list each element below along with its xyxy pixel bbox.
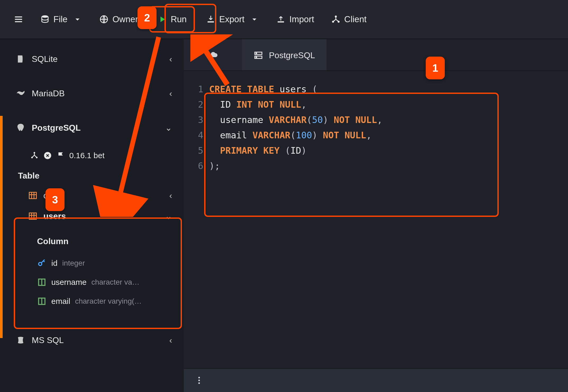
import-button[interactable]: Import bbox=[270, 10, 320, 29]
chevron-left-icon: ‹ bbox=[169, 54, 172, 64]
code-content: username VARCHAR(50) NOT NULL, bbox=[209, 112, 382, 127]
run-button[interactable]: Run bbox=[152, 10, 193, 29]
code-line[interactable]: 2 ID INT NOT NULL, bbox=[197, 97, 555, 112]
sidebar-db-postgresql[interactable]: PostgreSQL ⌄ bbox=[0, 111, 184, 145]
cloud-icon bbox=[208, 50, 218, 60]
active-db-indicator bbox=[0, 116, 3, 338]
caret-down-icon bbox=[73, 15, 82, 24]
svg-rect-7 bbox=[208, 21, 214, 23]
column-item[interactable]: id integer bbox=[37, 254, 172, 273]
column-type: character va… bbox=[91, 278, 139, 286]
sidebar-db-label: MS SQL bbox=[32, 335, 64, 345]
results-bar bbox=[184, 368, 568, 392]
code-line[interactable]: 6); bbox=[197, 158, 555, 174]
column-name: username bbox=[51, 278, 86, 287]
toolbar: File Owner Run Export Import Cli bbox=[0, 0, 568, 39]
svg-point-9 bbox=[335, 16, 337, 18]
svg-rect-8 bbox=[278, 21, 284, 23]
code-line[interactable]: 4 email VARCHAR(100) NOT NULL, bbox=[197, 127, 555, 143]
svg-point-24 bbox=[39, 262, 42, 266]
column-type: integer bbox=[62, 259, 85, 267]
client-button[interactable]: Client bbox=[325, 10, 372, 29]
tab-postgresql[interactable]: PostgreSQL bbox=[242, 39, 327, 70]
close-circle-icon[interactable] bbox=[43, 151, 52, 160]
column-item[interactable]: email character varying(… bbox=[37, 292, 172, 311]
file-menu-label: File bbox=[53, 14, 67, 24]
svg-point-5 bbox=[42, 15, 48, 18]
main-area: PostgreSQL 1CREATE TABLE users (2 ID INT… bbox=[184, 39, 568, 392]
annotation-badge-1: 1 bbox=[426, 57, 445, 79]
column-name: email bbox=[51, 297, 70, 306]
code-line[interactable]: 5 PRIMARY KEY (ID) bbox=[197, 143, 555, 158]
svg-point-31 bbox=[256, 53, 257, 54]
table-section-label: Table bbox=[0, 166, 184, 185]
code-content: email VARCHAR(100) NOT NULL, bbox=[209, 127, 372, 143]
svg-point-33 bbox=[198, 377, 200, 379]
chevron-down-icon: ⌄ bbox=[165, 123, 172, 133]
caret-down-icon bbox=[250, 15, 259, 24]
server-icon bbox=[254, 51, 263, 60]
more-vertical-icon[interactable] bbox=[194, 376, 204, 385]
owner-menu[interactable]: Owner bbox=[93, 10, 144, 29]
code-content: ID INT NOT NULL, bbox=[209, 97, 307, 112]
owner-menu-label: Owner bbox=[112, 14, 138, 24]
columns-section: Column id integer username character va…… bbox=[0, 226, 184, 318]
file-menu[interactable]: File bbox=[34, 10, 88, 29]
svg-rect-20 bbox=[29, 213, 36, 219]
sql-editor[interactable]: 1CREATE TABLE users (2 ID INT NOT NULL,3… bbox=[184, 71, 568, 368]
export-menu-label: Export bbox=[219, 14, 244, 24]
connection-version: 0.16.1 bet bbox=[69, 151, 104, 160]
tab-label: PostgreSQL bbox=[269, 51, 315, 60]
annotation-badge-2: 2 bbox=[138, 6, 157, 29]
key-icon bbox=[37, 258, 47, 268]
network-icon bbox=[331, 15, 341, 24]
export-menu[interactable]: Export bbox=[200, 10, 265, 29]
table-icon bbox=[28, 191, 38, 200]
sidebar-db-sqlite[interactable]: SQLite ‹ bbox=[0, 42, 184, 76]
line-number: 4 bbox=[197, 127, 209, 143]
column-type: character varying(… bbox=[75, 297, 142, 306]
sqlite-icon bbox=[16, 54, 25, 64]
sidebar: SQLite ‹ MariaDB ‹ PostgreSQL ⌄ 0.16.1 bbox=[0, 39, 184, 392]
code-line[interactable]: 3 username VARCHAR(50) NOT NULL, bbox=[197, 112, 555, 127]
svg-rect-16 bbox=[29, 192, 36, 199]
code-line[interactable]: 1CREATE TABLE users ( bbox=[197, 81, 555, 97]
svg-point-34 bbox=[198, 380, 200, 381]
sidebar-db-mssql[interactable]: MS SQL ‹ bbox=[0, 323, 184, 357]
table-name: users bbox=[43, 211, 66, 221]
column-icon bbox=[37, 297, 47, 306]
connection-row[interactable]: 0.16.1 bet bbox=[0, 145, 184, 166]
mariadb-icon bbox=[16, 89, 25, 98]
flag-icon bbox=[56, 151, 66, 160]
upload-icon bbox=[276, 15, 286, 24]
line-number: 3 bbox=[197, 112, 209, 127]
sidebar-table-users[interactable]: users ⌄ bbox=[0, 206, 184, 226]
svg-point-12 bbox=[34, 152, 35, 154]
postgresql-icon bbox=[16, 123, 25, 133]
tab-cloud[interactable] bbox=[184, 39, 242, 70]
sidebar-db-label: MariaDB bbox=[32, 89, 65, 98]
sidebar-db-mariadb[interactable]: MariaDB ‹ bbox=[0, 76, 184, 111]
editor-tabs: PostgreSQL bbox=[184, 39, 568, 71]
sidebar-table-item[interactable]: o ‹ bbox=[0, 185, 184, 206]
line-number: 1 bbox=[197, 81, 209, 97]
code-content: CREATE TABLE users ( bbox=[209, 81, 317, 97]
globe-icon bbox=[99, 15, 109, 24]
download-icon bbox=[206, 15, 216, 24]
code-content: ); bbox=[209, 158, 220, 174]
column-item[interactable]: username character va… bbox=[37, 273, 172, 292]
chevron-left-icon: ‹ bbox=[169, 191, 172, 200]
annotation-badge-3: 3 bbox=[45, 188, 65, 211]
line-number: 6 bbox=[197, 158, 209, 174]
code-content: PRIMARY KEY (ID) bbox=[209, 143, 307, 158]
play-icon bbox=[157, 15, 167, 24]
column-heading: Column bbox=[37, 236, 172, 246]
network-icon bbox=[30, 151, 39, 160]
column-name: id bbox=[51, 259, 57, 268]
sidebar-db-label: SQLite bbox=[32, 54, 58, 64]
menu-button[interactable] bbox=[8, 10, 29, 28]
database-icon bbox=[40, 15, 50, 24]
client-button-label: Client bbox=[344, 14, 367, 24]
chevron-left-icon: ‹ bbox=[169, 89, 172, 98]
sidebar-db-label: PostgreSQL bbox=[32, 123, 81, 133]
